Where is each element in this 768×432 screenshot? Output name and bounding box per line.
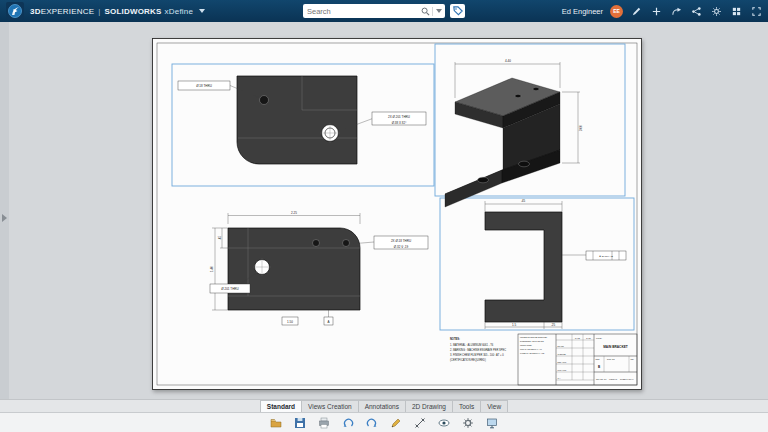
chevron-down-icon[interactable]: [199, 9, 205, 13]
workspace-name[interactable]: xDefine: [165, 7, 194, 16]
dim-label: Ø.32 ∇ .19: [394, 245, 409, 249]
fullscreen-icon[interactable]: [750, 5, 763, 18]
dim-label: 2X Ø.201 THRU: [388, 115, 410, 119]
topbar: 3DEXPERIENCE | SOLIDWORKS xDefine Ed Eng…: [0, 0, 768, 22]
app-title: 3DEXPERIENCE | SOLIDWORKS xDefine: [30, 7, 205, 16]
dim-label: Ø.18 THRU: [196, 84, 212, 88]
share-arrow-icon[interactable]: [670, 5, 683, 18]
dim-label: 1.40: [210, 266, 214, 272]
smart-dimension-icon[interactable]: [411, 415, 429, 431]
edit-icon[interactable]: [630, 5, 643, 18]
graphics-viewport[interactable]: Ø.18 THRU 2X Ø.201 THRU Ø.38 X 82°: [0, 22, 768, 399]
sheet-outer-border: [153, 39, 642, 390]
dim-label: Ø.201 THRU: [221, 287, 238, 291]
tb-role: ENG APPR.: [558, 361, 568, 363]
left-panel-rail: [0, 22, 9, 399]
sketch-pencil-icon[interactable]: [387, 415, 405, 431]
tb-role: MFG APPR.: [558, 369, 568, 371]
note-line: (CERTIFICATION REQUIRED): [450, 358, 486, 362]
3dexperience-compass-icon[interactable]: [6, 2, 24, 20]
tab-views-creation[interactable]: Views Creation: [302, 400, 359, 412]
redo-icon[interactable]: [363, 415, 381, 431]
tb-weight: WEIGHT:: [609, 378, 618, 380]
dim-label: 2X Ø.18 THRU: [391, 239, 411, 243]
tab-view[interactable]: View: [481, 400, 508, 412]
avatar[interactable]: EE: [610, 5, 623, 18]
brand-experience: EXPERIENCE: [41, 7, 95, 16]
user-cluster: Ed Engineer EE: [562, 0, 763, 22]
drawing-sheet-svg[interactable]: Ø.18 THRU 2X Ø.201 THRU Ø.38 X 82°: [152, 38, 642, 390]
tb-tol: UNLESS OTHERWISE SPECIFIED:: [520, 336, 548, 338]
tb-sheet: SHEET 1 OF 1: [620, 378, 634, 380]
tb-dwg-label: DWG. NO.: [607, 358, 616, 360]
tb-tol: TWO PLACE DECIMAL ±.01: [520, 348, 542, 350]
add-icon[interactable]: [650, 5, 663, 18]
tab-annotations[interactable]: Annotations: [359, 400, 406, 412]
tb-scale: SCALE: 1:1: [596, 378, 607, 380]
gdt-frame-label: ⊕ Ø.010 A B: [599, 255, 613, 258]
note-line: 3. FINISH CHEM FILM PER 305 - 100 : AT +…: [450, 353, 504, 357]
view-eye-icon[interactable]: [435, 415, 453, 431]
dim-label: 2.25: [291, 211, 297, 215]
search-input[interactable]: [303, 7, 418, 16]
search-icon[interactable]: [418, 7, 432, 16]
undo-icon[interactable]: [339, 415, 357, 431]
tb-tol: DIMENSIONS ARE IN INCHES: [520, 340, 544, 342]
dim-label: 3.00: [579, 125, 583, 131]
save-icon[interactable]: [291, 415, 309, 431]
display-monitor-icon[interactable]: [483, 415, 501, 431]
settings-gear-icon[interactable]: [710, 5, 723, 18]
notes-title: NOTES:: [450, 337, 460, 341]
dim-label: Ø.38 X 82°: [392, 121, 408, 125]
tab-standard[interactable]: Standard: [260, 400, 302, 412]
tool-icon-row: [0, 413, 768, 432]
tag-icon[interactable]: [450, 4, 465, 18]
dim-label: 4.40: [505, 59, 511, 63]
tb-title: MAIN BRACKET: [603, 345, 628, 349]
dim-label: 1.5: [512, 323, 517, 327]
ribbon-tabs: Standard Views Creation Annotations 2D D…: [0, 400, 768, 413]
user-name[interactable]: Ed Engineer: [562, 7, 603, 16]
share-nodes-icon[interactable]: [690, 5, 703, 18]
brand-3d: 3D: [30, 7, 41, 16]
brand-separator: |: [98, 7, 100, 16]
drawing-sheet[interactable]: Ø.18 THRU 2X Ø.201 THRU Ø.38 X 82°: [152, 38, 642, 390]
note-line: 1. MATERIAL : ALUMINUM 6061 - T6: [450, 343, 494, 347]
search-bar[interactable]: [303, 4, 445, 18]
note-line: 2. MARKING : MACHINE ENGRAVE PER SPEC: [450, 348, 506, 352]
tab-2d-drawing[interactable]: 2D Drawing: [406, 400, 453, 412]
search-dropdown-icon[interactable]: [433, 9, 445, 13]
apps-grid-icon[interactable]: [730, 5, 743, 18]
dim-label: 1.50: [287, 320, 293, 324]
app-window: 3DEXPERIENCE | SOLIDWORKS xDefine Ed Eng…: [0, 0, 768, 432]
tb-role: DRAWN: [558, 345, 565, 347]
tb-tol: THREE PLACE DECIMAL ±.005: [520, 352, 544, 354]
expand-panel-icon[interactable]: [2, 214, 7, 222]
datum-label: A: [327, 320, 329, 324]
dim-label: .45: [521, 199, 526, 203]
tb-title-label: TITLE:: [596, 337, 602, 339]
tab-tools[interactable]: Tools: [453, 400, 481, 412]
options-gear-icon[interactable]: [459, 415, 477, 431]
dim-label: .25: [551, 323, 556, 327]
tb-name-header: NAME: [575, 337, 581, 339]
bottom-toolbar: Standard Views Creation Annotations 2D D…: [0, 399, 768, 432]
brand-solidworks: SOLIDWORKS: [105, 7, 162, 16]
tb-role: CHECKED: [558, 353, 567, 355]
tb-role: Q.A.: [558, 377, 562, 379]
tb-tol: TOLERANCES:: [520, 344, 532, 346]
print-icon[interactable]: [315, 415, 333, 431]
open-icon[interactable]: [267, 415, 285, 431]
dim-label: .45: [218, 236, 222, 241]
